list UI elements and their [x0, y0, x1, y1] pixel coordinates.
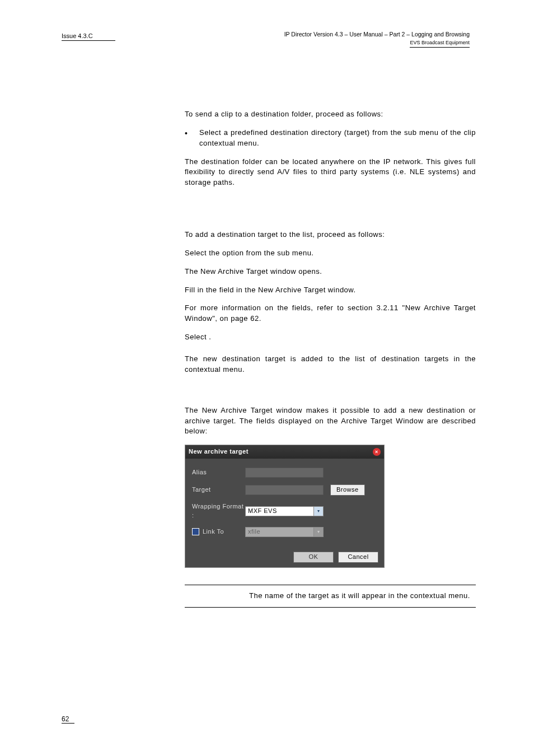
- paragraph-target-added: The new destination target is added to t…: [185, 354, 476, 375]
- new-archive-target-dialog: New archive target × Alias Target Browse…: [185, 445, 385, 568]
- def-term-alias: [185, 591, 249, 601]
- wrapping-format-value: MXF EVS: [248, 507, 277, 516]
- def-desc-alias: The name of the target as it will appear…: [249, 591, 476, 601]
- link-to-checkbox[interactable]: [192, 528, 199, 535]
- wrapping-format-label: Wrapping Format :: [192, 502, 245, 520]
- alias-label: Alias: [192, 468, 245, 477]
- page-number: 62: [62, 715, 74, 724]
- target-input[interactable]: [245, 485, 324, 495]
- paragraph-window-desc: The New Archive Target window makes it p…: [185, 405, 476, 437]
- link-to-select: xfile ▾: [245, 527, 324, 537]
- cancel-button[interactable]: Cancel: [338, 552, 378, 563]
- paragraph-intro-send: To send a clip to a destination folder, …: [185, 109, 476, 120]
- header-issue: Issue 4.3.C: [62, 32, 115, 41]
- dialog-title: New archive target: [189, 447, 249, 456]
- bullet-select-predefined: Select a predefined destination director…: [199, 128, 476, 149]
- bullet-dot-icon: •: [185, 128, 199, 149]
- header-right: IP Director Version 4.3 – User Manual – …: [284, 31, 470, 48]
- target-label: Target: [192, 486, 245, 494]
- field-definitions: The name of the target as it will appear…: [185, 585, 476, 608]
- header-subtitle: EVS Broadcast Equipment: [410, 40, 470, 48]
- header-title: IP Director Version 4.3 – User Manual – …: [284, 31, 470, 39]
- chevron-down-icon: ▾: [313, 528, 323, 536]
- browse-button[interactable]: Browse: [330, 484, 365, 496]
- chevron-down-icon: ▾: [313, 507, 323, 516]
- step-select-ok: Select .: [185, 332, 476, 343]
- step-window-opens: The New Archive Target window opens.: [185, 267, 476, 277]
- step-select-option: Select the option from the sub menu.: [185, 248, 476, 259]
- alias-input[interactable]: [245, 468, 324, 478]
- link-to-value: xfile: [248, 528, 260, 536]
- link-to-label: Link To: [192, 528, 245, 536]
- wrapping-format-select[interactable]: MXF EVS ▾: [245, 506, 324, 516]
- close-icon[interactable]: ×: [373, 448, 381, 456]
- ok-button[interactable]: OK: [293, 552, 334, 563]
- step-fill-field: Fill in the field in the New Archive Tar…: [185, 285, 476, 296]
- paragraph-add-target: To add a destination target to the list,…: [185, 230, 476, 240]
- paragraph-network-flex: The destination folder can be located an…: [185, 157, 476, 189]
- step-more-info: For more information on the fields, refe…: [185, 303, 476, 324]
